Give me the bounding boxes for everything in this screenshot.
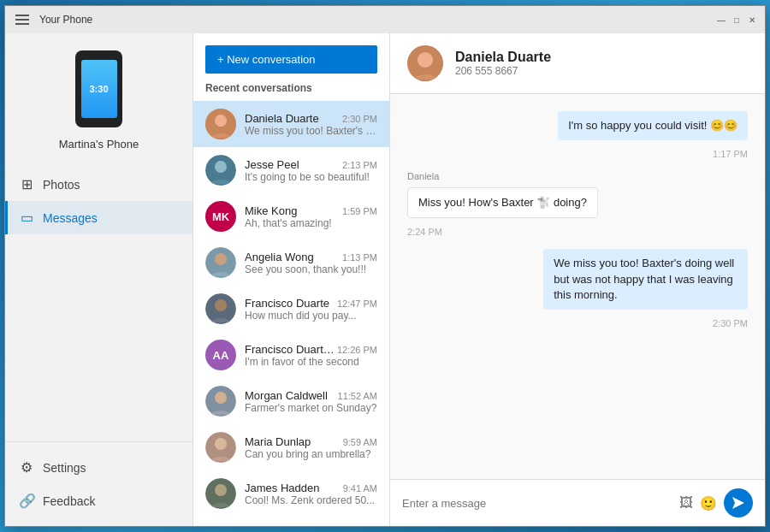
conv-time: 1:13 PM: [342, 252, 377, 263]
list-item[interactable]: Daniela Duarte 2:30 PM We miss you too! …: [193, 101, 389, 147]
conv-time: 9:59 AM: [343, 437, 377, 447]
restore-button[interactable]: □: [731, 14, 743, 26]
list-item[interactable]: Angelia Wong 1:13 PM See you soon, thank…: [193, 239, 389, 286]
svg-point-7: [215, 299, 227, 311]
chat-contact-phone: 206 555 8667: [455, 65, 551, 77]
list-item[interactable]: Francisco Duarte 12:47 PM How much did y…: [193, 286, 389, 332]
message-timestamp: 1:17 PM: [407, 149, 748, 159]
list-item[interactable]: James Hadden 9:41 AM Cool! Ms. Zenk orde…: [193, 470, 389, 517]
sidebar-item-photos[interactable]: ⊞ Photos: [5, 168, 192, 201]
photos-icon: ⊞: [19, 176, 34, 192]
sidebar: 3:30 Martina's Phone ⊞ Photos ▭ Messages…: [5, 33, 193, 526]
conv-details: Francisco Duarte, Dani... 12:26 PM I'm i…: [245, 343, 377, 368]
message-timestamp: 2:24 PM: [407, 227, 748, 237]
sender-label: Daniela: [407, 171, 748, 181]
chat-contact-name: Daniela Duarte: [455, 50, 551, 65]
recent-label: Recent conversations: [193, 82, 389, 101]
list-item[interactable]: Jesse Peel 2:13 PM It's going to be so b…: [193, 147, 389, 193]
conversations-panel: + New conversation Recent conversations: [193, 33, 390, 526]
sidebar-settings-label: Settings: [43, 461, 86, 475]
chat-header: Daniela Duarte 206 555 8667: [390, 33, 765, 94]
svg-point-5: [215, 253, 227, 265]
hamburger-menu[interactable]: [12, 11, 33, 28]
conversation-list: Daniela Duarte 2:30 PM We miss you too! …: [193, 101, 389, 526]
sidebar-messages-label: Messages: [43, 211, 98, 225]
minimize-button[interactable]: —: [715, 14, 727, 26]
conv-preview: Ah, that's amazing!: [245, 217, 377, 229]
phone-name: Martina's Phone: [59, 138, 139, 151]
chat-contact-avatar: [407, 45, 443, 81]
conv-details: James Hadden 9:41 AM Cool! Ms. Zenk orde…: [245, 482, 377, 506]
conv-time: 11:52 AM: [338, 391, 377, 401]
svg-point-13: [215, 484, 227, 496]
sidebar-item-feedback[interactable]: 🔗 Feedback: [5, 484, 192, 517]
main-content: 3:30 Martina's Phone ⊞ Photos ▭ Messages…: [5, 33, 765, 526]
conv-time: 2:30 PM: [342, 114, 377, 124]
phone-screen: 3:30: [81, 60, 117, 118]
phone-section: 3:30 Martina's Phone: [5, 33, 192, 163]
window-title: Your Phone: [39, 14, 92, 26]
list-item[interactable]: Morgan Caldwell 11:52 AM Farmer's market…: [193, 378, 389, 424]
chat-input-area: 🖼 🙂: [390, 479, 765, 526]
conv-preview: It's going to be so beautiful!: [245, 171, 377, 183]
image-attach-icon[interactable]: 🖼: [679, 495, 693, 511]
list-item[interactable]: MK Mike Kong 1:59 PM Ah, that's amazing!: [193, 193, 389, 239]
sidebar-bottom: ⚙ Settings 🔗 Feedback: [5, 441, 192, 526]
sidebar-nav: ⊞ Photos ▭ Messages: [5, 163, 192, 441]
avatar: [205, 247, 236, 278]
send-button[interactable]: [724, 488, 753, 517]
list-item[interactable]: AA Francisco Duarte, Dani... 12:26 PM I'…: [193, 332, 389, 378]
svg-point-3: [215, 161, 227, 173]
message-row: Miss you! How's Baxter 🐩 doing?: [407, 187, 748, 218]
conv-name: Daniela Duarte: [245, 112, 319, 125]
avatar: [205, 432, 236, 463]
conv-details: Morgan Caldwell 11:52 AM Farmer's market…: [245, 389, 377, 414]
phone-graphic: 3:30: [75, 50, 122, 127]
conv-time: 9:41 AM: [343, 483, 377, 494]
new-conversation-button[interactable]: + New conversation: [205, 45, 377, 74]
conv-preview: Farmer's market on Sunday?: [245, 402, 377, 414]
svg-point-9: [215, 392, 227, 404]
chat-panel: Daniela Duarte 206 555 8667 I'm so happy…: [390, 33, 765, 526]
message-bubble: Miss you! How's Baxter 🐩 doing?: [407, 187, 598, 218]
avatar: [205, 478, 236, 509]
conv-details: Angelia Wong 1:13 PM See you soon, thank…: [245, 251, 377, 275]
conv-name: James Hadden: [245, 482, 319, 494]
app-window: Your Phone — □ ✕ 3:30 Martina's Phone ⊞: [4, 5, 766, 527]
svg-point-1: [215, 115, 227, 127]
title-bar: Your Phone — □ ✕: [5, 6, 765, 33]
conv-preview: We miss you too! Baxter's doing ...: [245, 125, 377, 137]
conv-name: Angelia Wong: [245, 251, 314, 263]
conv-preview: How much did you pay...: [245, 310, 377, 322]
conv-name: Morgan Caldwell: [245, 389, 328, 402]
conv-name: Maria Dunlap: [245, 435, 311, 448]
emoji-icon[interactable]: 🙂: [700, 495, 717, 511]
conv-preview: I'm in favor of the second: [245, 356, 377, 368]
sidebar-item-messages[interactable]: ▭ Messages: [5, 201, 192, 234]
message-row: We miss you too! Baxter's doing well but…: [407, 249, 748, 310]
conv-name: Francisco Duarte, Dani...: [245, 343, 337, 356]
avatar: AA: [205, 340, 236, 370]
conv-name: Jesse Peel: [245, 158, 299, 171]
conv-details: Maria Dunlap 9:59 AM Can you bring an um…: [245, 435, 377, 460]
conv-preview: Cool! Ms. Zenk ordered 50...: [245, 494, 377, 506]
conv-details: Jesse Peel 2:13 PM It's going to be so b…: [245, 158, 377, 183]
conv-name: Mike Kong: [245, 204, 297, 217]
list-item[interactable]: Maria Dunlap 9:59 AM Can you bring an um…: [193, 424, 389, 470]
title-bar-controls: — □ ✕: [715, 14, 758, 26]
settings-icon: ⚙: [19, 459, 34, 476]
close-button[interactable]: ✕: [746, 14, 758, 26]
sidebar-item-settings[interactable]: ⚙ Settings: [5, 451, 192, 484]
chat-messages: I'm so happy you could visit! 😊😊 1:17 PM…: [390, 94, 765, 479]
message-bubble: I'm so happy you could visit! 😊😊: [558, 111, 748, 140]
conv-name: Francisco Duarte: [245, 297, 329, 310]
chat-header-info: Daniela Duarte 206 555 8667: [455, 50, 551, 77]
phone-battery: 3:30: [89, 84, 108, 94]
conv-details: Francisco Duarte 12:47 PM How much did y…: [245, 297, 377, 322]
message-input[interactable]: [402, 497, 672, 510]
conv-details: Mike Kong 1:59 PM Ah, that's amazing!: [245, 204, 377, 229]
message-row: I'm so happy you could visit! 😊😊: [407, 111, 748, 140]
conv-time: 2:13 PM: [342, 160, 377, 170]
conv-time: 1:59 PM: [342, 206, 377, 216]
avatar: [205, 293, 236, 324]
